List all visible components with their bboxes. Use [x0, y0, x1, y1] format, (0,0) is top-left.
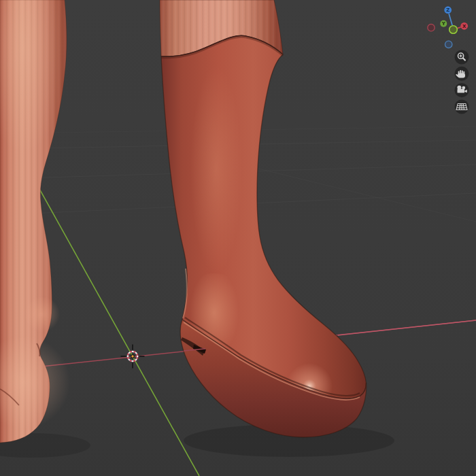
viewport-canvas[interactable]: Y Z X	[0, 0, 476, 476]
gizmo-ball-y-negative-front[interactable]	[449, 26, 458, 34]
move-view-button[interactable]	[455, 67, 469, 81]
cursor-center-dot	[131, 355, 133, 357]
zoom-view-button[interactable]	[455, 50, 469, 65]
camera-view-button[interactable]	[455, 83, 469, 97]
gizmo-ball-y-positive[interactable]: Y	[440, 20, 447, 27]
ankle-bone-highlight	[24, 296, 60, 332]
gizmo-ball-z-negative[interactable]	[445, 41, 452, 48]
blender-3d-viewport[interactable]: Y Z X	[0, 0, 476, 476]
gizmo-ball-x-positive[interactable]: X	[460, 22, 468, 30]
toggle-projection-button[interactable]	[455, 100, 469, 114]
gizmo-ball-z-positive[interactable]: Z	[444, 6, 452, 14]
gizmo-ball-x-negative[interactable]	[428, 24, 435, 31]
